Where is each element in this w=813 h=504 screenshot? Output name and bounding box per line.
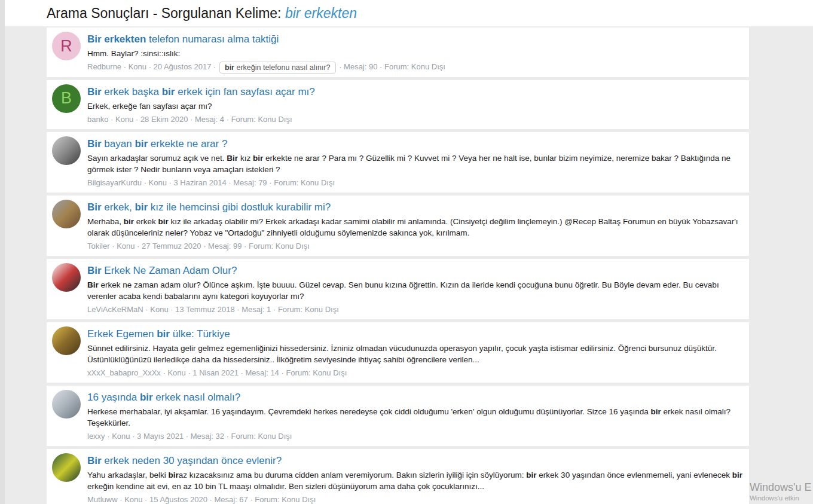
result-meta-text: · Konu · 1 Nisan 2021: [161, 368, 239, 377]
avatar-outdoor-photo[interactable]: [52, 390, 81, 419]
result-username-link[interactable]: BilgisayarKurdu: [87, 178, 142, 187]
result-title-link[interactable]: Bir erkek, bir kız ile hemcinsi gibi dos…: [87, 200, 743, 215]
result-title-link[interactable]: Bir erkekten telefon numarası alma takti…: [87, 32, 743, 47]
search-result-item: Bir erkek neden 30 yaşından önce evlenir…: [47, 449, 749, 504]
result-snippet: Erkek, erkeğe fan sayfası açar mı?: [87, 100, 743, 112]
result-username-link[interactable]: Redburne: [87, 62, 121, 71]
avatar-letter-R[interactable]: R: [52, 32, 81, 60]
result-username-link[interactable]: xXxX_babapro_XxXx: [87, 368, 161, 377]
result-title-link[interactable]: Bir erkek neden 30 yaşından önce evlenir…: [87, 453, 743, 468]
search-results-list: R Bir erkekten telefon numarası alma tak…: [47, 28, 749, 504]
avatar-anime-character[interactable]: [52, 263, 81, 292]
result-title-link[interactable]: Erkek Egemen bir ülke: Türkiye: [87, 326, 743, 341]
watermark-line-1: Windows'u E: [750, 481, 813, 494]
avatar-letter-B[interactable]: B: [52, 84, 81, 113]
result-snippet: Sayın arkadaşlar sorumuz açık ve net. Bi…: [87, 152, 743, 175]
result-meta: BilgisayarKurdu · Konu · 3 Haziran 2014 …: [87, 177, 743, 189]
result-meta: Redburne · Konu · 20 Ağustos 2017 · bir …: [87, 61, 743, 74]
result-meta: banko · Konu · 28 Ekim 2020 · Mesaj: 4 ·…: [87, 114, 743, 126]
result-meta-stats: · Mesaj: 4 · Forum: Konu Dışı: [188, 115, 292, 124]
result-username-link[interactable]: Mutluww: [87, 495, 118, 504]
result-title-link[interactable]: 16 yaşında bir erkek nasıl olmalı?: [87, 390, 743, 405]
avatar-yellow-suit-figure[interactable]: [52, 453, 81, 482]
search-result-item: 16 yaşında bir erkek nasıl olmalı? Herke…: [47, 386, 749, 446]
watermark-line-2: Windows'u etkin: [750, 494, 813, 502]
result-meta-text: · Konu · 15 Ağustos 2020: [118, 495, 207, 504]
result-meta: Tokiler · Konu · 27 Temmuz 2020 · Mesaj:…: [87, 240, 743, 252]
result-snippet: Sünnet edilirsiniz. Hayata gelir gelmez …: [87, 343, 743, 365]
result-content: Bir erkekten telefon numarası alma takti…: [87, 32, 743, 74]
result-meta-text: · Konu · 13 Temmuz 2018: [143, 305, 235, 314]
result-meta-stats: · Mesaj: 32 · Forum: Konu Dışı: [184, 432, 292, 441]
result-meta-text: · Konu · 3 Mayıs 2021: [105, 432, 184, 441]
result-meta-text: · Konu · 28 Ekim 2020: [108, 115, 188, 124]
result-content: Bir erkek, bir kız ile hemcinsi gibi dos…: [87, 200, 743, 252]
result-username-link[interactable]: LeViAcKeRMaN: [87, 305, 143, 314]
result-meta-stats: Mesaj: 90 · Forum: Konu Dışı: [344, 62, 445, 71]
search-result-item: Bir erkek, bir kız ile hemcinsi gibi dos…: [47, 196, 749, 256]
page-title-text: Arama Sonuçları - Sorgulanan Kelime:: [47, 5, 285, 21]
result-content: Bir Erkek Ne Zaman Adam Olur? Bir erkek …: [87, 263, 743, 316]
search-result-item: R Bir erkekten telefon numarası alma tak…: [47, 28, 749, 77]
result-snippet: Herkese merhabalar, iyi akşamlar. 16 yaş…: [87, 406, 743, 429]
result-content: Erkek Egemen bir ülke: Türkiye Sünnet ed…: [87, 326, 743, 379]
result-username-link[interactable]: banko: [87, 115, 108, 124]
result-meta-text: · Konu · 20 Ağustos 2017: [121, 62, 211, 71]
result-title-link[interactable]: Bir bayan bir erkekte ne arar ?: [87, 136, 743, 151]
result-meta: LeViAcKeRMaN · Konu · 13 Temmuz 2018 · M…: [87, 304, 743, 316]
search-result-item: Erkek Egemen bir ülke: Türkiye Sünnet ed…: [47, 322, 749, 383]
result-content: 16 yaşında bir erkek nasıl olmalı? Herke…: [87, 390, 743, 442]
result-title-link[interactable]: Bir erkek başka bir erkek için fan sayfa…: [87, 84, 743, 99]
search-result-item: Bir bayan bir erkekte ne arar ? Sayın ar…: [47, 132, 749, 193]
result-username-link[interactable]: lexxy: [87, 432, 105, 441]
result-content: Bir erkek neden 30 yaşından önce evlenir…: [87, 453, 743, 504]
result-meta-stats: · Mesaj: 1 · Forum: Konu Dışı: [235, 305, 339, 314]
result-meta-stats: · Mesaj: 79 · Forum: Konu Dışı: [227, 178, 335, 187]
result-snippet: Yahu arkadaşlar, belki biraz kızacaksını…: [87, 469, 743, 492]
result-meta-text: · Konu · 27 Temmuz 2020: [110, 242, 201, 251]
thread-tag[interactable]: bir erkeğin telefonu nasıl alınır?: [219, 62, 336, 74]
result-content: Bir erkek başka bir erkek için fan sayfa…: [87, 84, 743, 126]
page-title: Arama Sonuçları - Sorgulanan Kelime: bir…: [47, 5, 357, 22]
search-result-item: Bir Erkek Ne Zaman Adam Olur? Bir erkek …: [47, 259, 749, 319]
result-snippet: Merhaba, bir erkek bir kız ile arkadaş o…: [87, 216, 743, 239]
result-snippet: Bir erkek ne zaman adam olur? Ölünce aşk…: [87, 279, 743, 302]
result-meta-text: · Konu · 3 Haziran 2014: [142, 178, 227, 187]
result-content: Bir bayan bir erkekte ne arar ? Sayın ar…: [87, 136, 743, 189]
result-meta-stats: · Mesaj: 99 · Forum: Konu Dışı: [201, 242, 310, 251]
avatar-canyon-landscape[interactable]: [52, 200, 81, 228]
result-meta: lexxy · Konu · 3 Mayıs 2021 · Mesaj: 32 …: [87, 430, 743, 442]
result-meta-stats: · Mesaj: 14 · Forum: Konu Dışı: [239, 368, 347, 377]
result-title-link[interactable]: Bir Erkek Ne Zaman Adam Olur?: [87, 263, 743, 278]
window-left-edge: [0, 0, 5, 504]
page-header: Arama Sonuçları - Sorgulanan Kelime: bir…: [0, 0, 813, 26]
windows-activation-watermark: Windows'u E Windows'u etkin: [750, 481, 813, 504]
result-username-link[interactable]: Tokiler: [87, 242, 110, 251]
search-query-text: bir erkekten: [285, 5, 357, 21]
result-snippet: Hmm. Baylar? :sinsi::ıslık:: [87, 48, 743, 59]
result-meta-stats: · Mesaj: 67 · Forum: Konu Dışı: [207, 495, 316, 504]
avatar-grayscale-portrait[interactable]: [52, 136, 81, 165]
avatar-game-character[interactable]: [52, 326, 81, 355]
result-meta: xXxX_babapro_XxXx · Konu · 1 Nisan 2021 …: [87, 367, 743, 379]
result-meta: Mutluww · Konu · 15 Ağustos 2020 · Mesaj…: [87, 494, 743, 504]
search-result-item: B Bir erkek başka bir erkek için fan say…: [47, 80, 749, 129]
